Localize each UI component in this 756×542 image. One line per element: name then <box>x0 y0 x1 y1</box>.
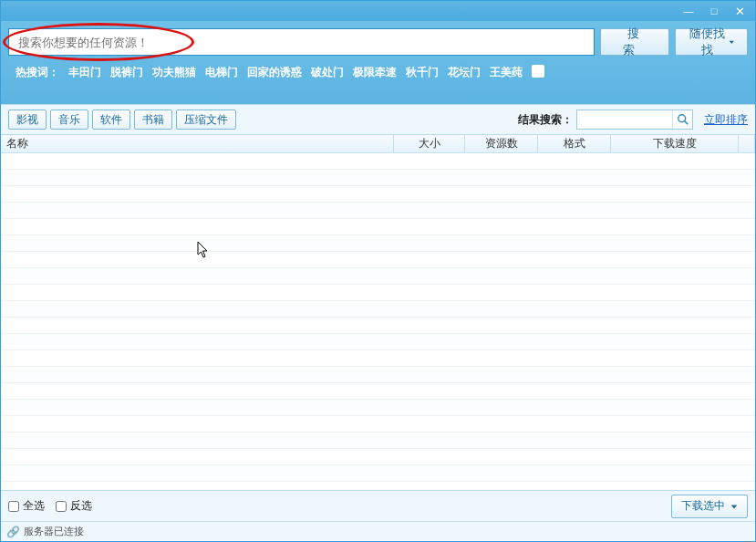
title-bar: — □ ✕ <box>1 1 755 21</box>
select-all-label: 全选 <box>23 498 45 514</box>
chevron-down-icon <box>730 503 738 510</box>
chevron-down-icon <box>729 38 734 46</box>
hot-keyword-link[interactable]: 破处门 <box>311 65 344 80</box>
sort-link[interactable]: 立即排序 <box>704 112 748 128</box>
minimize-button[interactable]: — <box>677 4 700 18</box>
hot-keyword-link[interactable]: 脱裤门 <box>110 65 143 80</box>
table-row <box>1 383 755 400</box>
table-row <box>1 416 755 433</box>
tab-video[interactable]: 影视 <box>8 109 47 130</box>
filter-bar: 影视 音乐 软件 书籍 压缩文件 结果搜索： 立即排序 <box>1 104 755 135</box>
close-button[interactable]: ✕ <box>728 4 751 18</box>
hot-keyword-link[interactable]: 回家的诱惑 <box>247 65 302 80</box>
column-speed[interactable]: 下载速度 <box>611 135 739 152</box>
link-icon: 🔗 <box>6 526 20 538</box>
svg-line-1 <box>684 121 688 125</box>
table-row <box>1 285 755 301</box>
table-row <box>1 318 755 334</box>
hot-keywords: 热搜词： 丰田门 脱裤门 功夫熊猫 电梯门 回家的诱惑 破处门 极限牵速 秋千门… <box>8 56 748 100</box>
result-filter-input[interactable] <box>577 110 672 129</box>
result-filter-label: 结果搜索： <box>518 112 573 128</box>
table-row <box>1 350 755 367</box>
table-row <box>1 219 755 235</box>
app-window: — □ ✕ 搜索 随便找找 热搜词： 丰田门 脱裤门 功夫熊猫 电梯门 回家的诱… <box>0 0 756 542</box>
table-row <box>1 203 755 219</box>
hot-keyword-link[interactable]: 功夫熊猫 <box>152 65 196 80</box>
table-row <box>1 186 755 203</box>
status-bar: 🔗 服务器已连接 <box>1 521 755 541</box>
table-row <box>1 465 755 482</box>
result-filter-search-button[interactable] <box>672 110 692 129</box>
search-button[interactable]: 搜索 <box>600 28 669 56</box>
search-area: 搜索 随便找找 热搜词： 丰田门 脱裤门 功夫熊猫 电梯门 回家的诱惑 破处门 … <box>1 21 755 104</box>
column-end <box>739 135 755 152</box>
select-all-input[interactable] <box>8 501 19 512</box>
column-size[interactable]: 大小 <box>394 135 465 152</box>
table-row <box>1 170 755 186</box>
category-tabs: 影视 音乐 软件 书籍 压缩文件 <box>8 109 236 130</box>
download-selected-button[interactable]: 下载选中 <box>671 495 748 518</box>
column-name[interactable]: 名称 <box>1 135 394 152</box>
table-row <box>1 252 755 268</box>
table-row <box>1 268 755 285</box>
status-text: 服务器已连接 <box>24 525 84 538</box>
table-row <box>1 367 755 383</box>
tab-software[interactable]: 软件 <box>92 109 130 130</box>
random-find-button[interactable]: 随便找找 <box>675 28 748 56</box>
table-row <box>1 433 755 449</box>
search-icon <box>677 113 689 126</box>
tab-archive[interactable]: 压缩文件 <box>176 109 236 130</box>
select-all-checkbox[interactable]: 全选 <box>8 498 45 514</box>
action-bar: 全选 反选 下载选中 <box>1 490 755 521</box>
hot-label: 热搜词： <box>16 65 59 80</box>
table-row <box>1 301 755 318</box>
tab-books[interactable]: 书籍 <box>134 109 172 130</box>
table-row <box>1 449 755 465</box>
hot-keyword-link[interactable]: 花坛门 <box>448 65 481 80</box>
hot-keyword-link[interactable]: 王美莼 <box>490 65 523 80</box>
table-row <box>1 153 755 170</box>
tab-music[interactable]: 音乐 <box>50 109 88 130</box>
hot-keyword-link[interactable]: 秋千门 <box>406 65 439 80</box>
maximize-button[interactable]: □ <box>702 4 726 18</box>
column-resources[interactable]: 资源数 <box>465 135 538 152</box>
results-table-header: 名称 大小 资源数 格式 下载速度 <box>1 135 755 153</box>
search-row: 搜索 随便找找 <box>8 28 748 56</box>
filter-box <box>576 109 693 130</box>
refresh-hot-icon[interactable] <box>532 65 544 78</box>
hot-keyword-link[interactable]: 丰田门 <box>68 65 101 80</box>
invert-selection-input[interactable] <box>56 501 67 512</box>
download-selected-label: 下载选中 <box>681 498 725 514</box>
table-row <box>1 334 755 350</box>
invert-label: 反选 <box>70 498 92 514</box>
hot-keyword-link[interactable]: 电梯门 <box>205 65 238 80</box>
svg-point-0 <box>678 115 685 122</box>
result-filter: 结果搜索： 立即排序 <box>518 109 748 130</box>
table-row <box>1 400 755 416</box>
hot-keyword-link[interactable]: 极限牵速 <box>353 65 397 80</box>
column-format[interactable]: 格式 <box>538 135 611 152</box>
search-input[interactable] <box>8 28 595 56</box>
invert-selection-checkbox[interactable]: 反选 <box>56 498 92 514</box>
random-find-label: 随便找找 <box>689 26 727 58</box>
results-table-body[interactable] <box>1 153 755 490</box>
table-row <box>1 235 755 252</box>
selection-controls: 全选 反选 <box>8 498 92 514</box>
